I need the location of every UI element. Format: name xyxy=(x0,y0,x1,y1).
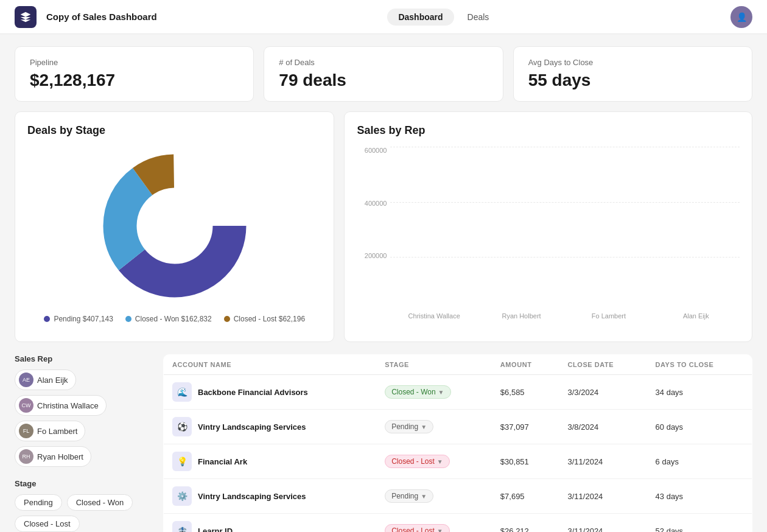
rep-avatar-christina: CW xyxy=(19,398,33,413)
stage-badge-0[interactable]: Closed - Won ▼ xyxy=(385,385,450,399)
col-amount: AMOUNT xyxy=(492,355,559,375)
stage-filter: Stage Pending Closed - Won Closed - Lost xyxy=(15,479,149,532)
bar-chart-container: 600000 400000 200000 0 xyxy=(357,147,740,329)
table-row: 💡 Financial Ark Closed - Lost ▼ $30,851 … xyxy=(164,444,752,479)
cell-account-2: 💡 Financial Ark xyxy=(164,444,377,479)
y-label-600k: 600000 xyxy=(365,147,387,154)
legend-lost-dot xyxy=(224,316,230,322)
cell-amount-1: $37,097 xyxy=(492,410,559,444)
rep-avatar-fo: FL xyxy=(19,424,33,438)
legend-pending-label: Pending $407,143 xyxy=(54,315,113,323)
deals-table-panel: ACCOUNT NAME STAGE AMOUNT CLOSE DATE DAY… xyxy=(163,354,752,532)
rep-avatar-alan: AE xyxy=(19,373,33,387)
donut-svg xyxy=(96,147,254,305)
badge-arrow-2: ▼ xyxy=(437,458,443,465)
rep-chip-christina[interactable]: CW Christina Wallace xyxy=(15,395,107,416)
legend-won-dot xyxy=(125,316,131,322)
cell-amount-3: $7,695 xyxy=(492,479,559,514)
table-header: ACCOUNT NAME STAGE AMOUNT CLOSE DATE DAY… xyxy=(164,355,752,375)
legend-lost: Closed - Lost $62,196 xyxy=(224,315,305,323)
rep-name-alan: Alan Eijk xyxy=(37,376,68,385)
cell-close-date-4: 3/11/2024 xyxy=(559,514,647,533)
cell-amount-4: $26,212 xyxy=(492,514,559,533)
donut-legend: Pending $407,143 Closed - Won $162,832 C… xyxy=(44,315,305,323)
account-name-3: Vintry Landscaping Services xyxy=(198,492,306,501)
cell-days-3: 43 days xyxy=(647,479,752,514)
col-close-date: CLOSE DATE xyxy=(559,355,647,375)
table-row: ⚙️ Vintry Landscaping Services Pending ▼… xyxy=(164,479,752,514)
stage-badge-3[interactable]: Pending ▼ xyxy=(385,489,433,503)
stage-chip-won[interactable]: Closed - Won xyxy=(67,494,133,511)
rep-chips: AE Alan Eijk CW Christina Wallace FL Fo … xyxy=(15,369,149,467)
cell-account-4: 🏦 Learnr ID xyxy=(164,514,377,533)
svg-point-3 xyxy=(141,192,208,259)
stage-badge-4[interactable]: Closed - Lost ▼ xyxy=(385,524,450,532)
nav-deals[interactable]: Deals xyxy=(457,9,500,26)
account-name-1: Vintry Landscaping Services xyxy=(198,422,306,432)
stage-chip-pending[interactable]: Pending xyxy=(15,494,62,511)
main-content: Pipeline $2,128,167 # of Deals 79 deals … xyxy=(0,34,767,532)
badge-arrow-1: ▼ xyxy=(421,424,427,430)
cell-stage-2: Closed - Lost ▼ xyxy=(376,444,492,479)
sales-rep-filter-title: Sales Rep xyxy=(15,354,149,363)
app-title: Copy of Sales Dashboard xyxy=(46,12,157,22)
bars-container xyxy=(390,147,740,312)
stage-chip-lost[interactable]: Closed - Lost xyxy=(15,516,80,532)
deals-table: ACCOUNT NAME STAGE AMOUNT CLOSE DATE DAY… xyxy=(163,354,752,532)
col-days-to-close: DAYS TO CLOSE xyxy=(647,355,752,375)
kpi-deals-value: 79 deals xyxy=(279,71,488,90)
rep-chip-ryan[interactable]: RH Ryan Holbert xyxy=(15,446,91,467)
cell-stage-1: Pending ▼ xyxy=(376,410,492,444)
cell-stage-4: Closed - Lost ▼ xyxy=(376,514,492,533)
cell-close-date-1: 3/8/2024 xyxy=(559,410,647,444)
y-label-200k: 200000 xyxy=(365,252,387,259)
account-icon-2: 💡 xyxy=(172,452,192,471)
y-axis: 600000 400000 200000 0 xyxy=(357,147,390,312)
rep-name-ryan: Ryan Holbert xyxy=(37,452,83,461)
stage-filter-title: Stage xyxy=(15,479,149,488)
legend-pending-dot xyxy=(44,316,50,322)
table-row: 🏦 Learnr ID Closed - Lost ▼ $26,212 3/11… xyxy=(164,514,752,533)
user-avatar[interactable]: 👤 xyxy=(730,6,752,28)
sales-by-rep-title: Sales by Rep xyxy=(357,124,740,137)
sales-rep-filter: Sales Rep AE Alan Eijk CW Christina Wall… xyxy=(15,354,149,467)
legend-won: Closed - Won $162,832 xyxy=(125,315,212,323)
cell-close-date-0: 3/3/2024 xyxy=(559,375,647,410)
kpi-deals: # of Deals 79 deals xyxy=(264,46,503,102)
cell-account-3: ⚙️ Vintry Landscaping Services xyxy=(164,479,377,514)
account-icon-3: ⚙️ xyxy=(172,486,192,506)
cell-days-4: 52 days xyxy=(647,514,752,533)
badge-arrow-3: ▼ xyxy=(421,493,427,500)
y-label-400k: 400000 xyxy=(365,200,387,207)
stage-badge-2[interactable]: Closed - Lost ▼ xyxy=(385,455,450,468)
legend-lost-label: Closed - Lost $62,196 xyxy=(234,315,305,323)
account-name-4: Learnr ID xyxy=(198,527,233,533)
cell-stage-3: Pending ▼ xyxy=(376,479,492,514)
kpi-pipeline-value: $2,128,167 xyxy=(30,71,239,90)
cell-stage-0: Closed - Won ▼ xyxy=(376,375,492,410)
account-icon-0: 🌊 xyxy=(172,382,192,402)
legend-pending: Pending $407,143 xyxy=(44,315,113,323)
x-label-1: Ryan Holbert xyxy=(478,312,565,329)
header: Copy of Sales Dashboard Dashboard Deals … xyxy=(0,0,767,34)
rep-chip-alan[interactable]: AE Alan Eijk xyxy=(15,369,76,390)
deals-by-stage-title: Deals by Stage xyxy=(27,124,321,137)
nav-dashboard[interactable]: Dashboard xyxy=(387,9,454,26)
rep-chip-fo[interactable]: FL Fo Lambert xyxy=(15,421,85,441)
account-name-0: Backbone Financial Advisors xyxy=(198,388,308,397)
rep-avatar-ryan: RH xyxy=(19,449,33,464)
main-nav: Dashboard Deals xyxy=(167,9,721,26)
cell-days-1: 60 days xyxy=(647,410,752,444)
kpi-pipeline: Pipeline $2,128,167 xyxy=(15,46,254,102)
col-stage: STAGE xyxy=(376,355,492,375)
app-logo xyxy=(15,6,37,28)
account-icon-4: 🏦 xyxy=(172,521,192,532)
x-label-0: Christina Wallace xyxy=(390,312,477,329)
table-row: 🌊 Backbone Financial Advisors Closed - W… xyxy=(164,375,752,410)
cell-close-date-3: 3/11/2024 xyxy=(559,479,647,514)
x-axis: Christina Wallace Ryan Holbert Fo Lamber… xyxy=(390,312,740,329)
stage-badge-1[interactable]: Pending ▼ xyxy=(385,420,433,433)
cell-amount-2: $30,851 xyxy=(492,444,559,479)
cell-days-0: 34 days xyxy=(647,375,752,410)
table-body: 🌊 Backbone Financial Advisors Closed - W… xyxy=(164,375,752,533)
